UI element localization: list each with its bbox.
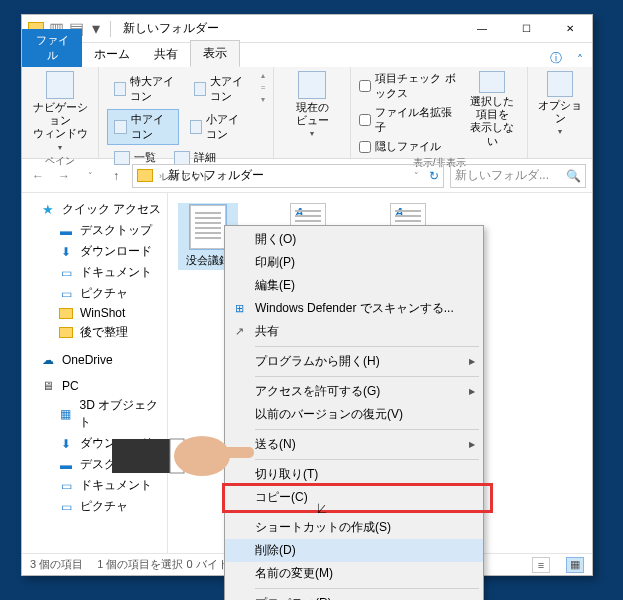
nav-pane: ★クイック アクセス ▬デスクトップ ⬇ダウンロード ▭ドキュメント ▭ピクチャ… xyxy=(22,193,168,553)
ribbon-collapse-icon[interactable]: ˄ xyxy=(568,53,592,67)
refresh-icon[interactable]: ↻ xyxy=(429,169,439,183)
ctx-openwith[interactable]: プログラムから開く(H) xyxy=(225,350,483,373)
sidebar-documents[interactable]: ▭ドキュメント xyxy=(22,262,167,283)
ctx-print[interactable]: 印刷(P) xyxy=(225,251,483,274)
address-field[interactable]: › 新しいフォルダー ˅ ↻ xyxy=(132,164,444,188)
address-dropdown-icon[interactable]: ˅ xyxy=(414,171,419,181)
ctx-edit[interactable]: 編集(E) xyxy=(225,274,483,297)
ctx-cut[interactable]: 切り取り(T) xyxy=(225,463,483,486)
sidebar-doc2[interactable]: ▭ドキュメント xyxy=(22,475,167,496)
sidebar-onedrive[interactable]: ☁OneDrive xyxy=(22,351,167,369)
group-showhide: 項目チェック ボックス ファイル名拡張子 隠しファイル 選択した項目を 表示しな… xyxy=(351,67,528,158)
status-count: 3 個の項目 xyxy=(30,557,83,572)
qa-dropdown[interactable]: ▾ xyxy=(88,21,104,37)
view-icons-icon[interactable]: ▦ xyxy=(566,557,584,573)
breadcrumb[interactable]: 新しいフォルダー xyxy=(168,167,264,184)
nav-pane-button[interactable]: ナビゲーション ウィンドウ ▾ xyxy=(30,71,90,152)
sidebar-winshot[interactable]: WinShot xyxy=(22,304,167,322)
ribbon-tabs: ファイル ホーム 共有 表示 ⓘ ˄ xyxy=(22,43,592,67)
sidebar-later[interactable]: 後で整理 xyxy=(22,322,167,343)
tab-share[interactable]: 共有 xyxy=(142,42,190,67)
status-selection: 1 個の項目を選択 0 バイト xyxy=(97,557,228,572)
nav-fwd[interactable]: → xyxy=(54,169,74,183)
shield-icon: ⊞ xyxy=(231,301,247,317)
sidebar-pic2[interactable]: ▭ピクチャ xyxy=(22,496,167,517)
sidebar-3d[interactable]: ▦3D オブジェクト xyxy=(22,395,167,433)
layout-sm[interactable]: 小アイコン xyxy=(183,109,255,145)
title-bar: ▥ ▤ ▾ 新しいフォルダー — ☐ ✕ xyxy=(22,15,592,43)
chk-ext[interactable]: ファイル名拡張子 xyxy=(359,105,459,135)
ribbon: ナビゲーション ウィンドウ ▾ ペイン 特大アイコン 大アイコン 中アイコン 小… xyxy=(22,67,592,159)
nav-up[interactable]: ↑ xyxy=(106,169,126,183)
ctx-rename[interactable]: 名前の変更(M) xyxy=(225,562,483,585)
ctx-share[interactable]: ↗共有 xyxy=(225,320,483,343)
search-field[interactable]: 新しいフォルダ... 🔍 xyxy=(450,164,586,188)
ctx-open[interactable]: 開く(O) xyxy=(225,228,483,251)
chk-hidden[interactable]: 隠しファイル xyxy=(359,139,459,154)
group-pane: ナビゲーション ウィンドウ ▾ ペイン xyxy=(22,67,99,158)
sidebar-pc[interactable]: 🖥PC xyxy=(22,377,167,395)
group-pane-label: ペイン xyxy=(30,152,90,168)
layout-md[interactable]: 中アイコン xyxy=(107,109,179,145)
share-icon: ↗ xyxy=(231,324,247,340)
ctx-shortcut[interactable]: ショートカットの作成(S) xyxy=(225,516,483,539)
group-layout: 特大アイコン 大アイコン 中アイコン 小アイコン 一覧 詳細 ▴=▾ xyxy=(99,67,274,158)
tab-file[interactable]: ファイル xyxy=(22,29,82,67)
ctx-properties[interactable]: プロパティ(R) xyxy=(225,592,483,600)
ribbon-help-icon[interactable]: ⓘ xyxy=(544,50,568,67)
group-options: オプション ▾ xyxy=(528,67,592,158)
window-title: 新しいフォルダー xyxy=(123,20,460,37)
folder-icon xyxy=(137,169,153,182)
sidebar-desktop[interactable]: ▬デスクトップ xyxy=(22,220,167,241)
nav-back[interactable]: ← xyxy=(28,169,48,183)
options-button[interactable]: オプション ▾ xyxy=(536,71,584,137)
ctx-delete[interactable]: 削除(D) xyxy=(225,539,483,562)
close-button[interactable]: ✕ xyxy=(548,15,592,43)
ctx-restore[interactable]: 以前のバージョンの復元(V) xyxy=(225,403,483,426)
sidebar-dl2[interactable]: ⬇ダウンロード xyxy=(22,433,167,454)
nav-recent[interactable]: ˅ xyxy=(80,171,100,181)
sidebar-pictures[interactable]: ▭ピクチャ xyxy=(22,283,167,304)
tab-home[interactable]: ホーム xyxy=(82,42,142,67)
layout-xl[interactable]: 特大アイコン xyxy=(107,71,183,107)
tab-view[interactable]: 表示 xyxy=(190,40,240,67)
chk-itemcheck[interactable]: 項目チェック ボックス xyxy=(359,71,459,101)
currentview-button[interactable]: 現在の ビュー ▾ xyxy=(282,71,342,139)
quick-access[interactable]: ★クイック アクセス xyxy=(22,199,167,220)
search-icon: 🔍 xyxy=(566,169,581,183)
ctx-access[interactable]: アクセスを許可する(G) xyxy=(225,380,483,403)
ctx-sendto[interactable]: 送る(N) xyxy=(225,433,483,456)
ctx-defender[interactable]: ⊞Windows Defender でスキャンする... xyxy=(225,297,483,320)
layout-lg[interactable]: 大アイコン xyxy=(187,71,255,107)
sidebar-downloads[interactable]: ⬇ダウンロード xyxy=(22,241,167,262)
doc-icon xyxy=(190,205,226,249)
ctx-copy[interactable]: コピー(C) xyxy=(225,486,483,509)
context-menu: 開く(O) 印刷(P) 編集(E) ⊞Windows Defender でスキャ… xyxy=(224,225,484,600)
minimize-button[interactable]: — xyxy=(460,15,504,43)
view-details-icon[interactable]: ≡ xyxy=(532,557,550,573)
hide-selected-button[interactable]: 選択した項目を 表示しない xyxy=(465,71,519,148)
sidebar-desk2[interactable]: ▬デスクトップ xyxy=(22,454,167,475)
maximize-button[interactable]: ☐ xyxy=(504,15,548,43)
group-currentview: 現在の ビュー ▾ xyxy=(274,67,351,158)
